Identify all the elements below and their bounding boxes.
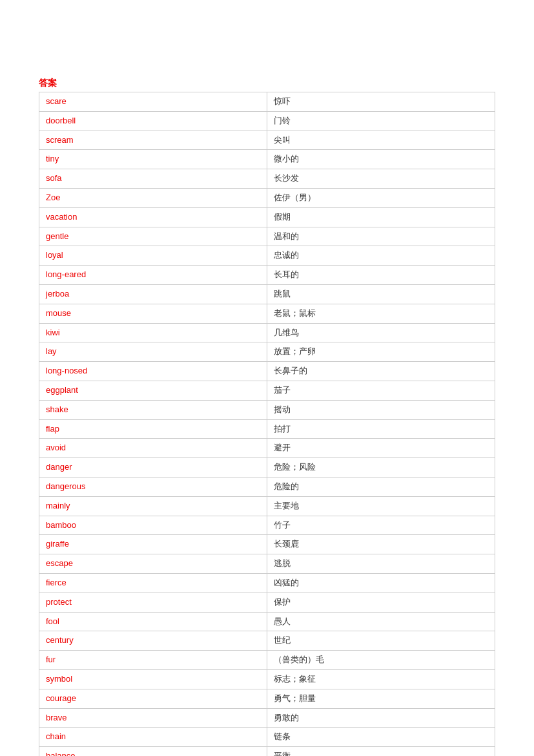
chinese-translation: 老鼠；鼠标 (267, 304, 495, 323)
english-word: mainly (39, 496, 267, 516)
chinese-translation: 门铃 (267, 111, 495, 131)
table-row: doorbell门铃 (39, 111, 495, 131)
english-word: doorbell (39, 111, 267, 131)
table-row: eggplant茄子 (39, 381, 495, 400)
table-row: bamboo竹子 (39, 516, 495, 535)
english-word: eggplant (39, 381, 267, 400)
table-row: chain链条 (39, 728, 495, 747)
chinese-translation: 危险；风险 (267, 458, 495, 478)
table-row: sofa长沙发 (39, 169, 495, 189)
chinese-translation: 摇动 (267, 400, 495, 419)
chinese-translation: 微小的 (267, 150, 495, 169)
english-word: protect (39, 593, 267, 612)
table-row: jerboa跳鼠 (39, 284, 495, 304)
english-word: flap (39, 419, 267, 439)
english-word: vacation (39, 207, 267, 227)
table-row: dangerous危险的 (39, 477, 495, 496)
chinese-translation: 跳鼠 (267, 284, 495, 304)
english-word: dangerous (39, 477, 267, 496)
chinese-translation: 保护 (267, 593, 495, 612)
english-word: century (39, 631, 267, 651)
chinese-translation: 拍打 (267, 419, 495, 439)
table-row: courage勇气；胆量 (39, 689, 495, 708)
table-row: Zoe佐伊（男） (39, 188, 495, 207)
table-row: fur（兽类的）毛 (39, 651, 495, 670)
table-row: danger危险；风险 (39, 458, 495, 478)
chinese-translation: 茄子 (267, 381, 495, 400)
table-row: scream尖叫 (39, 131, 495, 150)
english-word: gentle (39, 227, 267, 246)
english-word: sofa (39, 169, 267, 189)
english-word: brave (39, 708, 267, 728)
english-word: fool (39, 612, 267, 631)
table-row: vacation假期 (39, 207, 495, 227)
table-row: giraffe长颈鹿 (39, 535, 495, 554)
chinese-translation: 勇气；胆量 (267, 689, 495, 708)
chinese-translation: 世纪 (267, 631, 495, 651)
answer-title: 答案 (39, 78, 495, 89)
english-word: bamboo (39, 516, 267, 535)
english-word: Zoe (39, 188, 267, 207)
chinese-translation: 平衡 (267, 747, 495, 756)
chinese-translation: 长沙发 (267, 169, 495, 189)
english-word: lay (39, 342, 267, 362)
chinese-translation: 危险的 (267, 477, 495, 496)
table-row: tiny微小的 (39, 150, 495, 169)
table-row: flap拍打 (39, 419, 495, 439)
table-row: loyal忠诚的 (39, 246, 495, 266)
table-row: long-eared长耳的 (39, 266, 495, 285)
english-word: jerboa (39, 284, 267, 304)
table-row: lay放置；产卵 (39, 342, 495, 362)
table-row: mainly主要地 (39, 496, 495, 516)
english-word: escape (39, 554, 267, 574)
table-row: gentle温和的 (39, 227, 495, 246)
english-word: balance (39, 747, 267, 756)
chinese-translation: 长鼻子的 (267, 362, 495, 381)
english-word: shake (39, 400, 267, 419)
table-row: escape逃脱 (39, 554, 495, 574)
chinese-translation: 忠诚的 (267, 246, 495, 266)
english-word: fierce (39, 573, 267, 593)
table-row: kiwi几维鸟 (39, 323, 495, 342)
chinese-translation: 惊吓 (267, 92, 495, 112)
chinese-translation: （兽类的）毛 (267, 651, 495, 670)
table-row: symbol标志；象征 (39, 669, 495, 689)
english-word: kiwi (39, 323, 267, 342)
table-row: avoid避开 (39, 439, 495, 458)
english-word: tiny (39, 150, 267, 169)
chinese-translation: 凶猛的 (267, 573, 495, 593)
table-row: fool愚人 (39, 612, 495, 631)
chinese-translation: 勇敢的 (267, 708, 495, 728)
chinese-translation: 避开 (267, 439, 495, 458)
chinese-translation: 竹子 (267, 516, 495, 535)
table-row: century世纪 (39, 631, 495, 651)
table-row: brave勇敢的 (39, 708, 495, 728)
chinese-translation: 长耳的 (267, 266, 495, 285)
table-row: scare惊吓 (39, 92, 495, 112)
table-row: shake摇动 (39, 400, 495, 419)
table-row: long-nosed长鼻子的 (39, 362, 495, 381)
english-word: fur (39, 651, 267, 670)
english-word: symbol (39, 669, 267, 689)
english-word: courage (39, 689, 267, 708)
chinese-translation: 标志；象征 (267, 669, 495, 689)
english-word: chain (39, 728, 267, 747)
chinese-translation: 放置；产卵 (267, 342, 495, 362)
chinese-translation: 长颈鹿 (267, 535, 495, 554)
english-word: mouse (39, 304, 267, 323)
chinese-translation: 几维鸟 (267, 323, 495, 342)
table-row: mouse老鼠；鼠标 (39, 304, 495, 323)
table-row: fierce凶猛的 (39, 573, 495, 593)
chinese-translation: 佐伊（男） (267, 188, 495, 207)
english-word: scream (39, 131, 267, 150)
english-word: giraffe (39, 535, 267, 554)
english-word: long-nosed (39, 362, 267, 381)
english-word: danger (39, 458, 267, 478)
chinese-translation: 逃脱 (267, 554, 495, 574)
table-row: protect保护 (39, 593, 495, 612)
table-row: balance平衡 (39, 747, 495, 756)
chinese-translation: 尖叫 (267, 131, 495, 150)
english-word: scare (39, 92, 267, 112)
english-word: avoid (39, 439, 267, 458)
chinese-translation: 温和的 (267, 227, 495, 246)
